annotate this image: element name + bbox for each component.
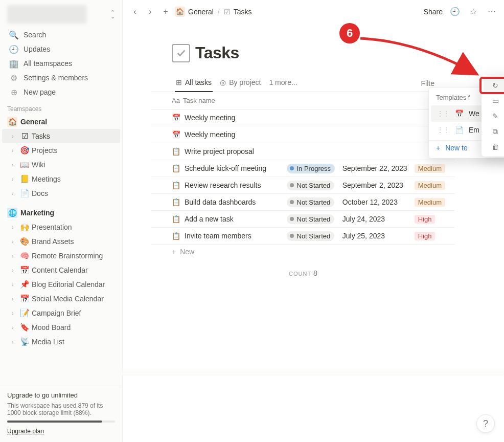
table-row[interactable]: 📋Build data dashboardsNot StartedOctober… xyxy=(151,194,455,211)
share-button[interactable]: Share xyxy=(424,8,443,16)
page-blog-editorial-calendar[interactable]: ›📌Blog Editorial Calendar xyxy=(2,277,120,292)
status-pill[interactable]: Not Started xyxy=(287,214,335,224)
teamspace-general[interactable]: 🏠 General xyxy=(2,115,120,129)
upgrade-plan-link[interactable]: Upgrade plan xyxy=(7,428,44,435)
tab--more-[interactable]: 1 more... xyxy=(265,75,301,92)
table-row[interactable]: 📋Write project proposal xyxy=(151,143,455,160)
task-name: Schedule kick-off meeting xyxy=(185,164,266,172)
template-emoji-icon: 📅 xyxy=(454,109,464,118)
upgrade-body: This workspace has used 879 of its 1000 … xyxy=(7,402,115,416)
tab-icon: ⊞ xyxy=(176,78,182,86)
page-projects[interactable]: ›🎯Projects xyxy=(2,143,120,158)
breadcrumb-segment[interactable]: General xyxy=(188,8,214,16)
nav-all-teamspaces[interactable]: 🏢All teamspaces xyxy=(2,56,120,71)
caret-icon[interactable]: › xyxy=(8,191,17,196)
new-tab-button[interactable]: + xyxy=(159,6,172,18)
table-row[interactable]: 📋Review research resultsNot StartedSepte… xyxy=(151,177,455,194)
page-emoji-icon: 📒 xyxy=(19,174,30,184)
nav-back-button[interactable]: ‹ xyxy=(129,6,141,18)
page-icon[interactable] xyxy=(172,44,190,62)
upgrade-title: Upgrade to go unlimited xyxy=(7,391,115,399)
menu-item-repeat[interactable]: ↻RepeatOff ⌄ xyxy=(484,78,504,93)
row-emoji-icon: 📋 xyxy=(172,198,180,206)
teamspace-marketing[interactable]: 🌐 Marketing xyxy=(2,206,120,220)
status-dot-icon xyxy=(290,183,294,187)
status-pill[interactable]: Not Started xyxy=(287,181,335,190)
nav-forward-button[interactable]: › xyxy=(144,6,156,18)
caret-icon[interactable]: › xyxy=(8,325,17,330)
row-emoji-icon: 📅 xyxy=(172,114,180,122)
status-dot-icon xyxy=(290,217,294,221)
caret-icon[interactable]: › xyxy=(8,225,17,230)
menu-item-edit[interactable]: ✎Edit xyxy=(484,108,504,124)
nav-icon: 🏢 xyxy=(9,59,18,68)
table-row[interactable]: 📅Weekly meeting xyxy=(151,126,455,143)
menu-icon: ⧉ xyxy=(491,127,500,136)
caret-icon[interactable]: › xyxy=(8,339,17,345)
more-icon[interactable]: ⋯ xyxy=(486,6,498,18)
column-header-name[interactable]: Aa Task name xyxy=(172,97,299,104)
page-campaign-brief[interactable]: ›📝Campaign Brief xyxy=(2,306,120,320)
caret-icon[interactable]: › xyxy=(8,268,17,273)
tab-all-tasks[interactable]: ⊞All tasks xyxy=(172,75,216,92)
nav-updates[interactable]: 🕘Updates xyxy=(2,42,120,56)
row-emoji-icon: 📋 xyxy=(172,215,180,223)
breadcrumb[interactable]: 🏠 General / ☑ Tasks xyxy=(175,7,252,17)
status-pill[interactable]: In Progress xyxy=(287,164,335,173)
page-media-list[interactable]: ›📡Media List xyxy=(2,335,120,349)
priority-pill[interactable]: High xyxy=(415,232,436,240)
nav-new-page[interactable]: ⊕New page xyxy=(2,85,120,99)
drag-handle-icon[interactable]: ⋮⋮ xyxy=(437,126,449,134)
page-tasks[interactable]: ›☑Tasks xyxy=(2,129,120,143)
table-row[interactable]: 📋Schedule kick-off meetingIn ProgressSep… xyxy=(151,160,455,177)
row-emoji-icon: 📋 xyxy=(172,147,180,156)
page-emoji-icon: 📅 xyxy=(19,266,30,275)
page-social-media-calendar[interactable]: ›📅Social Media Calendar xyxy=(2,292,120,306)
page-meetings[interactable]: ›📒Meetings xyxy=(2,172,120,186)
help-button[interactable]: ? xyxy=(476,414,495,433)
priority-pill[interactable]: Medium xyxy=(415,164,445,173)
menu-item-duplicate[interactable]: ⧉Duplicate xyxy=(484,124,504,139)
breadcrumb-segment[interactable]: Tasks xyxy=(234,8,252,16)
nav-settings-members[interactable]: ⚙Settings & members xyxy=(2,71,120,85)
drag-handle-icon[interactable]: ⋮⋮ xyxy=(437,110,449,117)
priority-pill[interactable]: Medium xyxy=(415,198,445,207)
tab-by-project[interactable]: ◎By project xyxy=(216,75,265,92)
caret-icon[interactable]: › xyxy=(8,311,17,316)
task-name: Write project proposal xyxy=(185,147,254,156)
page-content-calendar[interactable]: ›📅Content Calendar xyxy=(2,263,120,277)
caret-icon[interactable]: › xyxy=(8,162,17,168)
menu-item-delete[interactable]: 🗑Delete xyxy=(484,139,504,154)
caret-icon[interactable]: › xyxy=(8,148,17,153)
table-row[interactable]: 📅Weekly meeting xyxy=(151,109,455,126)
new-row-button[interactable]: + New xyxy=(151,245,455,259)
page-presentation[interactable]: ›🙌Presentation xyxy=(2,220,120,234)
page-emoji-icon: 🙌 xyxy=(19,223,30,232)
page-docs[interactable]: ›📄Docs xyxy=(2,186,120,201)
nav-search[interactable]: 🔍Search xyxy=(2,28,120,42)
table-row[interactable]: 📋Add a new taskNot StartedJuly 24, 2023H… xyxy=(151,211,455,228)
priority-pill[interactable]: Medium xyxy=(415,181,445,190)
caret-icon[interactable]: › xyxy=(8,296,17,302)
table-row[interactable]: 📋Invite team membersNot StartedJuly 25, … xyxy=(151,228,455,245)
page-wiki[interactable]: ›📖Wiki xyxy=(2,158,120,172)
priority-pill[interactable]: High xyxy=(415,215,436,224)
upgrade-banner: Upgrade to go unlimited This workspace h… xyxy=(0,386,122,442)
clock-icon[interactable]: 🕘 xyxy=(449,6,461,18)
caret-icon[interactable]: › xyxy=(8,176,17,182)
status-pill[interactable]: Not Started xyxy=(287,231,335,241)
workspace-switcher[interactable]: ⌃⌄ xyxy=(0,0,122,27)
expand-icon: ⌃⌄ xyxy=(108,8,117,20)
page-mood-board[interactable]: ›🔖Mood Board xyxy=(2,320,120,335)
menu-item-set-as-default[interactable]: ▭Set as default xyxy=(484,93,504,108)
page-remote-brainstorming[interactable]: ›🧠Remote Brainstorming xyxy=(2,249,120,263)
status-pill[interactable]: Not Started xyxy=(287,197,335,207)
page-title[interactable]: Tasks xyxy=(195,43,239,62)
star-icon[interactable]: ☆ xyxy=(467,6,479,18)
page-brand-assets[interactable]: ›🎨Brand Assets xyxy=(2,234,120,249)
caret-icon[interactable]: › xyxy=(8,134,17,139)
filter-button[interactable]: Filte xyxy=(421,79,455,87)
caret-icon[interactable]: › xyxy=(8,253,17,259)
caret-icon[interactable]: › xyxy=(8,282,17,288)
caret-icon[interactable]: › xyxy=(8,239,17,245)
